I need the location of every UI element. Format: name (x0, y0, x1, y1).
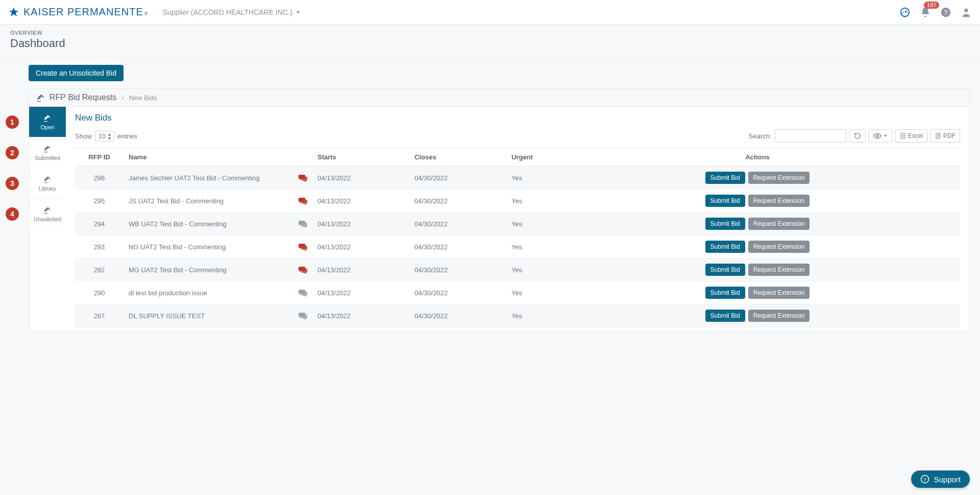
cell-name: MG UAT2 Test Bid - Commenting (124, 258, 312, 281)
col-starts[interactable]: Starts (312, 148, 409, 167)
side-tab-label: Library (39, 185, 56, 192)
request-extension-button[interactable]: Request Extension (748, 310, 810, 322)
table-row: 285NG2 - UAT Test Bid - Bid Closure04/14… (75, 327, 960, 332)
panel-title: RFP Bid Requests (50, 93, 116, 102)
entries-label: entries (117, 132, 137, 140)
chat-icon[interactable] (298, 312, 307, 320)
cell-closes: 04/30/2022 (409, 258, 506, 281)
cell-rfp-id: 290 (75, 281, 124, 304)
show-label: Show (75, 132, 92, 140)
col-urgent[interactable]: Urgent (506, 148, 555, 167)
panel-body: 1Open2Submitted3Library4Unsolicited New … (29, 106, 969, 332)
cell-starts: 04/13/2022 (312, 304, 409, 327)
request-extension-button[interactable]: Request Extension (748, 172, 810, 184)
cell-rfp-id: 287 (75, 304, 124, 327)
cell-rfp-id: 296 (75, 167, 124, 190)
panel-header: RFP Bid Requests › New Bids (29, 89, 969, 106)
cell-rfp-id: 293 (75, 235, 124, 258)
table-row: 292MG UAT2 Test Bid - Commenting04/13/20… (75, 258, 960, 281)
side-tabs: 1Open2Submitted3Library4Unsolicited (29, 107, 66, 332)
page-title: Dashboard (10, 37, 970, 50)
col-rfp-id[interactable]: RFP ID (75, 148, 124, 167)
search-input[interactable] (775, 129, 846, 143)
request-extension-button[interactable]: Request Extension (748, 287, 810, 299)
side-tab-open[interactable]: 1Open (29, 107, 66, 137)
visibility-button[interactable] (869, 129, 892, 143)
submit-bid-button[interactable]: Submit Bid (705, 264, 745, 276)
table-row: 296James Sechler UAT2 Test Bid - Comment… (75, 167, 960, 190)
cell-actions: Submit BidRequest Extension (555, 190, 960, 213)
reset-button[interactable] (849, 129, 866, 143)
table-toolbar: Show 10 ▲▼ entries Search: (75, 129, 960, 143)
search-label: Search: (749, 132, 772, 140)
col-actions: Actions (555, 148, 960, 167)
user-icon[interactable] (961, 7, 972, 18)
chat-icon[interactable] (298, 243, 307, 251)
cell-closes: 04/30/2022 (409, 213, 506, 235)
chat-icon[interactable] (298, 266, 307, 274)
cell-actions: Submit BidRequest Extension (555, 281, 960, 304)
table-row: 290dl test bid production issue04/13/202… (75, 281, 960, 304)
cell-name: NG UAT2 Test Bid - Commenting (124, 235, 312, 258)
caret-down-icon (296, 10, 301, 15)
supplier-dropdown[interactable]: Supplier (ACCORD HEALTHCARE INC.) (162, 8, 300, 16)
side-tab-label: Open (41, 124, 55, 130)
cell-starts: 04/13/2022 (312, 213, 409, 235)
cell-name: NG2 - UAT Test Bid - Bid Closure (124, 327, 312, 332)
col-closes[interactable]: Closes (409, 148, 506, 167)
step-marker: 2 (6, 146, 19, 159)
request-extension-button[interactable]: Request Extension (748, 241, 810, 253)
cell-actions: Submit BidRequest Extension (555, 327, 960, 332)
cell-actions: Submit BidRequest Extension (555, 167, 960, 190)
cell-urgent: Yes (506, 167, 555, 190)
cell-closes: 04/30/2022 (409, 304, 506, 327)
export-excel-button[interactable]: Excel (895, 129, 927, 143)
brand-logo[interactable]: KAISER PERMANENTE® (8, 6, 148, 18)
table-row: 293NG UAT2 Test Bid - Commenting04/13/20… (75, 235, 960, 258)
request-extension-button[interactable]: Request Extension (748, 195, 810, 207)
brand-name: KAISER PERMANENTE® (23, 6, 148, 18)
submit-bid-button[interactable]: Submit Bid (705, 287, 745, 299)
col-name[interactable]: Name (124, 148, 312, 167)
cell-name: JS UAT2 Test Bid - Commenting (124, 190, 312, 213)
side-tab-label: Unsolicited (34, 216, 61, 222)
cell-rfp-id: 294 (75, 213, 124, 235)
gavel-icon (43, 175, 52, 183)
cell-starts: 04/14/2022 (312, 327, 409, 332)
cell-closes: 04/30/2022 (409, 281, 506, 304)
cell-urgent: Yes (506, 258, 555, 281)
request-extension-button[interactable]: Request Extension (748, 264, 810, 276)
notification-badge: 197 (924, 2, 939, 9)
table-row: 294WB UAT2 Test Bid - Commenting04/13/20… (75, 213, 960, 235)
side-tab-unsolicited[interactable]: 4Unsolicited (29, 199, 66, 229)
cell-actions: Submit BidRequest Extension (555, 304, 960, 327)
submit-bid-button[interactable]: Submit Bid (705, 310, 745, 322)
request-extension-button[interactable]: Request Extension (748, 218, 810, 230)
dashboard-icon[interactable] (899, 7, 911, 18)
submit-bid-button[interactable]: Submit Bid (705, 218, 745, 230)
cell-actions: Submit BidRequest Extension (555, 235, 960, 258)
chat-icon[interactable] (298, 289, 307, 297)
notifications-icon[interactable]: 197 (920, 7, 931, 18)
chat-icon[interactable] (298, 220, 307, 228)
submit-bid-button[interactable]: Submit Bid (705, 195, 745, 207)
side-tab-library[interactable]: 3Library (29, 168, 66, 199)
svg-point-4 (876, 135, 878, 137)
cell-rfp-id: 285 (75, 327, 124, 332)
chat-icon[interactable] (298, 197, 307, 205)
cell-urgent: Yes (506, 304, 555, 327)
submit-bid-button[interactable]: Submit Bid (705, 172, 745, 184)
svg-point-3 (964, 8, 968, 12)
brand-icon (8, 7, 19, 18)
create-unsolicited-bid-button[interactable]: Create an Unsolicited Bid (29, 65, 124, 81)
export-pdf-button[interactable]: PDF (930, 129, 960, 143)
help-icon[interactable]: ? (940, 7, 951, 18)
cell-name: DL SUPPLY ISSUE TEST (124, 304, 312, 327)
submit-bid-button[interactable]: Submit Bid (705, 241, 745, 253)
side-tab-submitted[interactable]: 2Submitted (29, 137, 66, 168)
chat-icon[interactable] (298, 174, 307, 182)
step-marker: 1 (6, 115, 19, 129)
cell-starts: 04/13/2022 (312, 258, 409, 281)
cell-urgent: Yes (506, 213, 555, 235)
entries-select[interactable]: 10 ▲▼ (95, 131, 114, 142)
